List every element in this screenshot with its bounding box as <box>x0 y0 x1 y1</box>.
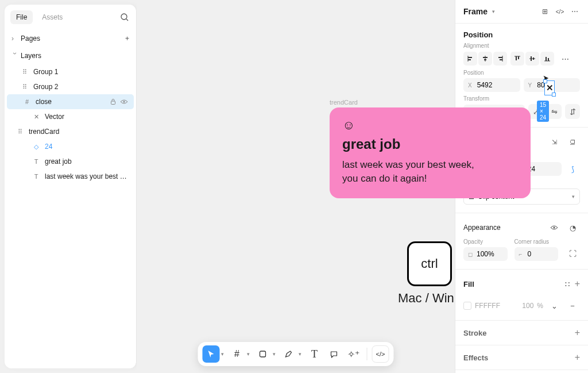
pages-label: Pages <box>21 34 125 43</box>
layer-great-job[interactable]: T great job <box>5 154 136 169</box>
opacity-label: Opacity <box>463 239 508 245</box>
selected-close-frame[interactable]: ✕ <box>544 80 555 95</box>
component-icon: ⠿ <box>16 128 24 136</box>
pen-tool-chevron[interactable]: ▾ <box>299 351 301 357</box>
card-body: last week was your best week, you can do… <box>342 158 518 186</box>
dev-mode-toggle[interactable]: </> <box>372 345 389 363</box>
radius-expand-icon[interactable]: ⛶ <box>565 246 580 261</box>
radius-input[interactable]: ⌐ <box>514 247 559 261</box>
transform-label: Transform <box>463 95 580 102</box>
svg-point-23 <box>554 227 555 229</box>
group-icon: ⠿ <box>21 83 29 91</box>
component-mode-icon[interactable]: ⊞ <box>540 7 550 16</box>
keycap-ctrl: ctrl <box>407 241 452 286</box>
more-icon[interactable]: ⋯ <box>570 7 580 16</box>
selection-size-badge: 15 × 24 <box>537 101 549 122</box>
auto-layout-wrap[interactable]: ⇲ <box>547 134 562 149</box>
svg-point-0 <box>121 14 127 20</box>
vector-icon: ✕ <box>32 113 40 121</box>
align-hcenter[interactable] <box>478 52 492 66</box>
pen-tool[interactable] <box>280 345 297 363</box>
layers-header[interactable]: › Layers <box>5 47 136 64</box>
visibility-icon[interactable] <box>120 98 128 105</box>
tab-file[interactable]: File <box>10 10 33 24</box>
search-icon[interactable] <box>120 13 129 22</box>
panel-tabs: File Assets <box>5 5 136 30</box>
layers-label: Layers <box>21 52 129 60</box>
tab-assets[interactable]: Assets <box>36 10 68 24</box>
canvas[interactable]: trendCard ☺ great job last week was your… <box>137 0 455 373</box>
diamond-icon: ◇ <box>32 143 40 151</box>
align-more[interactable]: ⋯ <box>558 51 572 66</box>
align-left[interactable] <box>463 52 477 66</box>
appearance-title: Appearance <box>463 224 543 232</box>
frame-type-header: Frame ▾ ⊞ </> ⋯ <box>455 0 588 23</box>
text-tool[interactable]: T <box>306 345 323 363</box>
radius-label: Corner radius <box>514 239 559 245</box>
add-stroke-icon[interactable]: + <box>575 328 580 338</box>
frame-type-label[interactable]: Frame <box>463 7 488 16</box>
fill-hex[interactable]: FFFFFF <box>475 302 519 310</box>
svg-point-3 <box>123 101 125 103</box>
code-icon[interactable]: </> <box>555 9 565 15</box>
layer-close[interactable]: # close <box>7 94 134 109</box>
pos-label: Position <box>463 70 580 76</box>
move-tool[interactable] <box>203 345 220 363</box>
fill-visibility-icon[interactable]: ⌄ <box>547 298 562 313</box>
chevron-down-icon: › <box>11 52 19 59</box>
frame-tool-chevron[interactable]: ▾ <box>247 351 250 357</box>
bottom-toolbar: ▾ # ▾ ▾ ▾ T ✧⁺ </> <box>198 342 394 366</box>
opacity-input[interactable]: ◻ <box>463 247 508 261</box>
visibility-toggle-icon[interactable] <box>547 220 562 235</box>
layer-group-2[interactable]: ⠿ Group 2 <box>5 79 136 94</box>
selection-colors-section[interactable]: Selection colors <box>455 370 588 373</box>
constrain-proportions-icon[interactable]: ⟆ <box>565 161 580 176</box>
remove-fill-icon[interactable]: − <box>565 298 580 313</box>
stroke-section[interactable]: Stroke+ <box>455 320 588 345</box>
rectangle-tool[interactable] <box>254 345 272 363</box>
appearance-section: Appearance ◔ Opacity ◻ Corner radius ⌐ ⛶ <box>455 213 588 269</box>
x-input[interactable]: X <box>463 78 520 92</box>
blend-mode-icon[interactable]: ◔ <box>565 220 580 235</box>
auto-layout-add[interactable]: ⫑ <box>565 134 580 149</box>
layer-trendcard[interactable]: ⠿ trendCard <box>5 124 136 139</box>
text-icon: T <box>32 157 40 166</box>
align-right[interactable] <box>493 52 507 66</box>
fill-title: Fill <box>463 280 560 289</box>
text-icon: T <box>32 172 40 180</box>
add-fill-icon[interactable]: + <box>575 279 580 289</box>
lock-icon[interactable] <box>110 98 117 105</box>
frame-icon: # <box>23 98 31 106</box>
trend-card[interactable]: ☺ great job last week was your best week… <box>330 107 531 198</box>
add-page-icon[interactable]: + <box>125 34 129 43</box>
effects-section[interactable]: Effects+ <box>455 345 588 370</box>
align-vcenter[interactable] <box>525 52 539 66</box>
layer-24[interactable]: ◇ 24 <box>5 139 136 154</box>
macwin-label: Mac / Win <box>398 291 454 306</box>
fill-section: Fill ∷ + <box>455 269 588 298</box>
comment-tool[interactable] <box>326 345 343 363</box>
chevron-down-icon[interactable]: ▾ <box>492 9 495 14</box>
fill-swatch[interactable] <box>463 302 471 310</box>
flip-vertical[interactable]: ⇵ <box>565 104 580 119</box>
fill-row: FFFFFF 100 % ⌄ − <box>463 298 580 313</box>
card-title: great job <box>342 136 518 152</box>
actions-tool[interactable]: ✧⁺ <box>345 345 362 363</box>
layer-vector[interactable]: ✕ Vector <box>5 109 136 124</box>
svg-line-1 <box>126 19 128 21</box>
layer-group-1[interactable]: ⠿ Group 1 <box>5 64 136 79</box>
pages-header[interactable]: › Pages + <box>5 30 136 47</box>
fill-pct[interactable]: 100 <box>522 302 533 310</box>
alignment-row: ⋯ <box>463 51 580 66</box>
layer-last-week[interactable]: T last week was your best week... <box>5 169 136 184</box>
align-top[interactable] <box>510 52 524 66</box>
close-glyph: ✕ <box>546 83 554 93</box>
add-effect-icon[interactable]: + <box>575 352 580 363</box>
move-tool-chevron[interactable]: ▾ <box>221 351 224 357</box>
svg-rect-4 <box>260 351 266 357</box>
frame-tool[interactable]: # <box>229 345 246 363</box>
shape-tool-chevron[interactable]: ▾ <box>273 351 276 357</box>
fill-styles-icon[interactable]: ∷ <box>560 276 575 291</box>
frame-label-trendcard[interactable]: trendCard <box>330 99 358 106</box>
align-bottom[interactable] <box>540 52 554 66</box>
